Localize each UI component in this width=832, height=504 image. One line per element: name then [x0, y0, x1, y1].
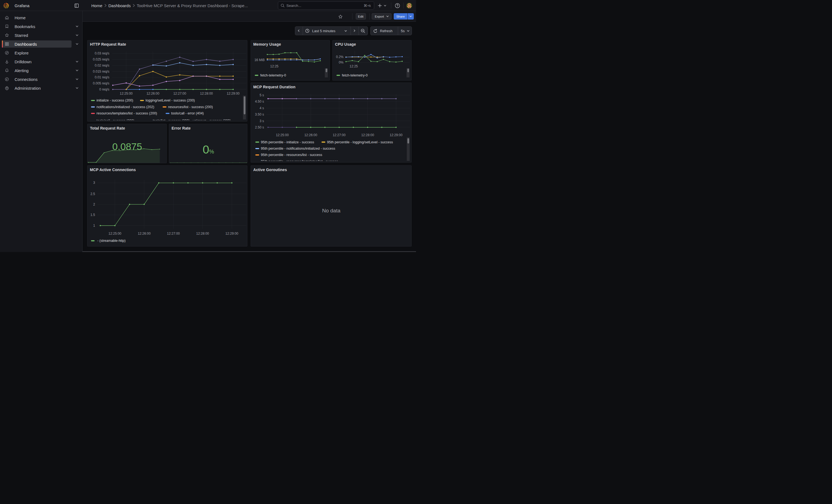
svg-text:95th percentile - resources/te: 95th percentile - resources/templates/li…	[261, 160, 338, 161]
svg-text:12:27:00: 12:27:00	[167, 232, 180, 236]
svg-text:unknown - success (200): unknown - success (200)	[192, 119, 231, 120]
svg-text:3.50 s: 3.50 s	[255, 112, 264, 116]
svg-text:12:28:00: 12:28:00	[196, 232, 209, 236]
svg-text:2: 2	[93, 203, 95, 206]
svg-text:0.2%: 0.2%	[336, 55, 344, 59]
svg-text:12:26:00: 12:26:00	[304, 133, 317, 137]
svg-text:resources/list - success (200): resources/list - success (200)	[168, 105, 213, 109]
svg-text:16 MiB: 16 MiB	[254, 58, 264, 62]
svg-text:0.03 req/s: 0.03 req/s	[95, 51, 109, 55]
svg-text:1: 1	[93, 224, 95, 228]
svg-text:12:26:00: 12:26:00	[137, 232, 151, 236]
svg-text:0%: 0%	[339, 60, 344, 64]
svg-text:1.5: 1.5	[90, 213, 95, 217]
svg-text:resources/templates/list - suc: resources/templates/list - success (200)	[97, 111, 157, 115]
svg-text:12:25: 12:25	[270, 64, 278, 68]
svg-text:4 s: 4 s	[259, 106, 264, 110]
svg-text:12:25:00: 12:25:00	[276, 133, 289, 137]
svg-text:12:28:00: 12:28:00	[200, 91, 213, 95]
svg-text:12:27:00: 12:27:00	[333, 133, 345, 137]
svg-text:notifications/initialized - su: notifications/initialized - success (202…	[97, 105, 154, 109]
svg-text:initialize - success (200): initialize - success (200)	[97, 99, 133, 102]
svg-text:fetch-telemetry-0: fetch-telemetry-0	[260, 73, 286, 77]
svg-text:tools/call - error (404): tools/call - error (404)	[171, 111, 204, 115]
svg-text:12:25:00: 12:25:00	[108, 232, 121, 236]
svg-text:0.025 req/s: 0.025 req/s	[93, 57, 109, 61]
svg-text:12:27:00: 12:27:00	[173, 91, 186, 95]
svg-text:12:25: 12:25	[349, 64, 358, 68]
svg-text:tools/list - success (200): tools/list - success (200)	[153, 119, 190, 120]
svg-text:95th percentile - notification: 95th percentile - notifications/initiali…	[261, 147, 335, 151]
svg-text:3 s: 3 s	[259, 119, 264, 123]
svg-text:95th percentile - resources/li: 95th percentile - resources/list - succe…	[261, 153, 322, 157]
svg-text:0.005 req/s: 0.005 req/s	[93, 81, 109, 85]
svg-text:2.5: 2.5	[90, 192, 95, 196]
svg-text:3: 3	[93, 181, 95, 185]
svg-text:95th percentile - initialize -: 95th percentile - initialize - success	[261, 140, 314, 144]
svg-text:logging/setLevel - success (20: logging/setLevel - success (200)	[146, 99, 195, 102]
svg-text:12:29:00: 12:29:00	[227, 91, 240, 95]
svg-text:4.50 s: 4.50 s	[255, 100, 264, 103]
svg-text:0.02 req/s: 0.02 req/s	[95, 63, 109, 67]
svg-text:12:29:00: 12:29:00	[390, 133, 402, 137]
svg-text:0.01 req/s: 0.01 req/s	[95, 75, 109, 79]
svg-text:95th percentile - logging/setL: 95th percentile - logging/setLevel - suc…	[327, 140, 393, 144]
svg-text:12:29:00: 12:29:00	[225, 232, 238, 236]
svg-text:fetch-telemetry-0: fetch-telemetry-0	[342, 73, 368, 77]
svg-text:12:28:00: 12:28:00	[361, 133, 374, 137]
svg-text:0.015 req/s: 0.015 req/s	[93, 69, 109, 73]
svg-text:tools/call - success (200): tools/call - success (200)	[97, 119, 134, 120]
svg-text:0 req/s: 0 req/s	[99, 87, 109, 91]
svg-text:12:25:00: 12:25:00	[120, 91, 133, 95]
svg-text:12:26:00: 12:26:00	[146, 91, 159, 95]
svg-text:2.50 s: 2.50 s	[255, 126, 264, 129]
svg-text:5 s: 5 s	[259, 93, 264, 97]
svg-text:- (streamable-http): - (streamable-http)	[97, 239, 126, 243]
